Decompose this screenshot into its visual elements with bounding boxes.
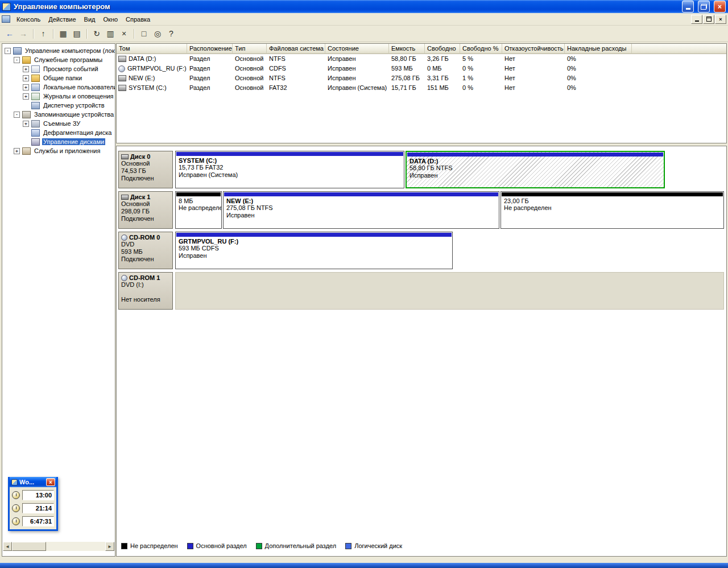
child-close-button[interactable]: × [715, 15, 726, 24]
tree-item-label[interactable]: Просмотр событий [42, 65, 100, 72]
column-header-free[interactable]: Свободно [425, 44, 460, 54]
scrollbar-track[interactable] [46, 542, 105, 551]
column-header-type[interactable]: Тип [233, 44, 267, 54]
vol-disk-icon [118, 56, 126, 62]
column-header-fault-tolerance[interactable]: Отказоустойчивость [502, 44, 565, 54]
partition-data-d-selected[interactable]: DATA (D:) 58,80 ГБ NTFS Исправен [406, 151, 665, 188]
tree-expand-toggle[interactable]: + [23, 75, 29, 81]
forward-button[interactable]: → [16, 27, 30, 40]
menu-spravka[interactable]: Справка [122, 14, 154, 24]
properties-button[interactable]: ▤ [70, 27, 84, 40]
menu-konsol[interactable]: Консоль [13, 14, 44, 24]
tree-item-label[interactable]: Общие папки [42, 75, 83, 81]
back-button[interactable]: ← [3, 27, 16, 40]
column-header-capacity[interactable]: Емкость [389, 44, 425, 54]
volume-status: Исправен [325, 54, 389, 64]
help-button[interactable]: ? [164, 27, 178, 40]
volume-fault-tolerance: Нет [502, 83, 565, 93]
tree-expand-toggle[interactable]: + [14, 148, 20, 154]
find-button[interactable]: ◎ [151, 27, 164, 40]
volume-layout: Раздел [187, 83, 233, 93]
refresh-button[interactable]: ↻ [90, 27, 104, 40]
tree-item[interactable]: + Локальные пользователи [3, 83, 115, 92]
tree-expand-toggle[interactable]: + [23, 121, 29, 127]
column-header-overhead[interactable]: Накладные расходы [565, 44, 632, 54]
cd-rom-icon [121, 275, 127, 281]
close-button[interactable]: × [714, 1, 726, 13]
new-window-button[interactable]: □ [137, 27, 151, 40]
volume-row[interactable]: DATA (D:) Раздел Основной NTFS Исправен … [117, 54, 726, 64]
tree-item[interactable]: Дефрагментация диска [3, 128, 115, 137]
column-header-free-pct[interactable]: Свободно % [460, 44, 502, 54]
scrollbar-thumb[interactable] [12, 542, 46, 551]
tree-expand-toggle[interactable]: + [23, 84, 29, 90]
export-list-button[interactable]: ▥ [104, 27, 117, 40]
tree-item[interactable]: + Просмотр событий [3, 64, 115, 73]
disk-row-1: Диск 1 Основной 298,09 ГБ Подключен 8 МБ… [118, 191, 726, 229]
show-console-tree-button[interactable]: ▦ [56, 27, 70, 40]
partition-system-c[interactable]: SYSTEM (C:) 15,73 ГБ FAT32 Исправен (Сис… [175, 151, 404, 188]
column-header-layout[interactable]: Расположение [187, 44, 233, 54]
tree-item[interactable]: - Служебные программы [3, 55, 115, 64]
column-header-status[interactable]: Состояние [325, 44, 389, 54]
tree-expand-toggle[interactable]: + [23, 93, 29, 100]
clock-widget-body: 13:00 21:14 6:47:31 [10, 487, 56, 529]
child-restore-button[interactable] [703, 15, 714, 24]
menu-okno[interactable]: Окно [100, 14, 122, 24]
cdrom0-info-box[interactable]: CD-ROM 0 DVD 593 МБ Подключен [118, 232, 173, 269]
horizontal-scrollbar[interactable]: ◄ ► [3, 542, 114, 551]
tree-item[interactable]: - Управление компьютером (локал [3, 46, 115, 55]
tree-item-label[interactable]: Съемные ЗУ [42, 120, 81, 127]
tree-item[interactable]: + Общие папки [3, 73, 115, 83]
tree-item[interactable]: + Журналы и оповещения пр [3, 92, 115, 101]
volume-fault-tolerance: Нет [502, 73, 565, 83]
cdrom1-info-box[interactable]: CD-ROM 1 DVD (I:) Нет носителя [118, 272, 173, 310]
tree-item-label[interactable]: Локальные пользователи [42, 84, 115, 90]
disk1-info-box[interactable]: Диск 1 Основной 298,09 ГБ Подключен [118, 191, 173, 229]
tree-item[interactable]: - Запоминающие устройства [3, 110, 115, 119]
tree-expand-toggle[interactable]: - [14, 112, 20, 118]
delete-button[interactable]: × [117, 27, 131, 40]
column-header-filesystem[interactable]: Файловая система [267, 44, 325, 54]
tree-expand-toggle[interactable]: + [23, 66, 29, 72]
tree-item-label[interactable]: Дефрагментация диска [42, 129, 113, 136]
clock-widget-close-button[interactable]: × [46, 478, 55, 486]
scroll-left-button[interactable]: ◄ [3, 542, 12, 551]
tree-expand-toggle[interactable]: - [5, 48, 11, 54]
disk0-info-box[interactable]: Диск 0 Основной 74,53 ГБ Подключен [118, 151, 173, 188]
tree-item[interactable]: Диспетчер устройств [3, 101, 115, 110]
tree-item-label[interactable]: Запоминающие устройства [33, 111, 115, 118]
volume-row[interactable]: NEW (E:) Раздел Основной NTFS Исправен 2… [117, 73, 726, 83]
up-level-button[interactable]: ↑ [36, 27, 50, 40]
menu-dejstvie[interactable]: Действие [44, 14, 80, 24]
tree-item-label[interactable]: Служебные программы [33, 56, 104, 63]
clock-time: 21:14 [22, 503, 54, 513]
volume-row[interactable]: GRTMPVOL_RU (F:) Раздел Основной CDFS Ис… [117, 64, 726, 73]
tree-item-label[interactable]: Службы и приложения [33, 147, 101, 154]
menu-vid[interactable]: Вид [80, 14, 100, 24]
scroll-right-button[interactable]: ► [105, 542, 114, 551]
restore-button[interactable] [698, 1, 710, 13]
tree-item-label[interactable]: Журналы и оповещения пр [42, 93, 115, 100]
tree-item[interactable]: Управление дисками [3, 137, 115, 146]
tree-expand-toggle[interactable]: - [14, 57, 20, 63]
desktop-screen: Управление компьютером × Консоль Действи… [0, 0, 728, 568]
tree-item-label[interactable]: Управление дисками [42, 138, 105, 145]
taskbar-edge [0, 563, 728, 568]
column-header-volume[interactable]: Том [117, 44, 187, 54]
partition-grtmpvol-f[interactable]: GRTMPVOL_RU (F:) 593 МБ CDFS Исправен [175, 232, 453, 269]
unallocated-8mb[interactable]: 8 МБ Не распределен [175, 191, 222, 229]
clock-row: 6:47:31 [12, 515, 54, 527]
tree-item-label[interactable]: Управление компьютером (локал [24, 47, 115, 54]
clock-widget-titlebar[interactable]: Wo... × [10, 477, 56, 487]
child-minimize-button[interactable] [691, 15, 702, 24]
volume-capacity: 58,80 ГБ [389, 54, 425, 64]
unallocated-23gb[interactable]: 23,00 ГБ Не распределен [500, 191, 724, 229]
tree-item[interactable]: + Съемные ЗУ [3, 119, 115, 128]
partition-new-e[interactable]: NEW (E:) 275,08 ГБ NTFS Исправен [223, 191, 499, 229]
minimize-button[interactable] [682, 1, 694, 13]
tree-item-label[interactable]: Диспетчер устройств [42, 102, 106, 109]
tree-item[interactable]: + Службы и приложения [3, 146, 115, 155]
volume-row[interactable]: SYSTEM (C:) Раздел Основной FAT32 Исправ… [117, 83, 726, 93]
device-manager-icon [31, 102, 40, 109]
